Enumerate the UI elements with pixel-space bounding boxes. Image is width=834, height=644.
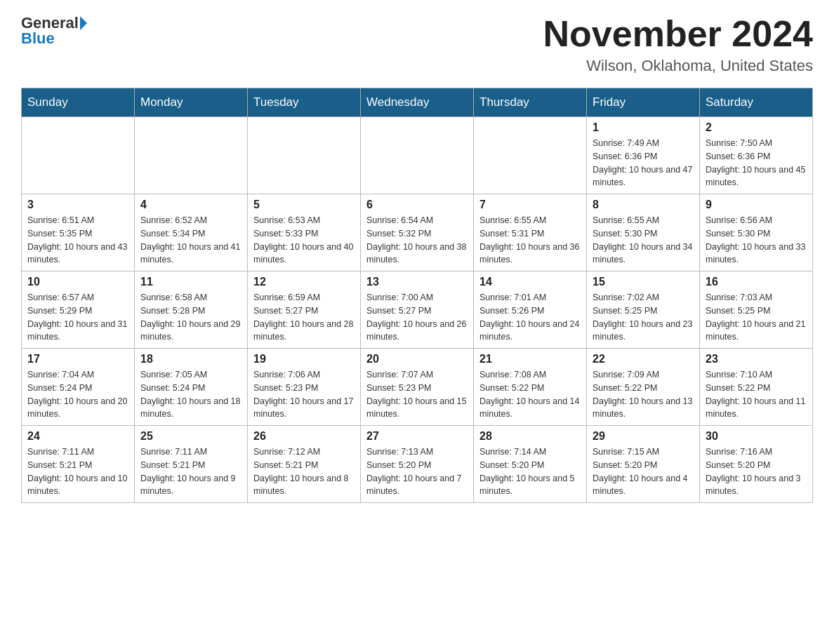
calendar-cell: 29Sunrise: 7:15 AMSunset: 5:20 PMDayligh… <box>587 426 700 503</box>
day-info: Sunrise: 6:55 AMSunset: 5:31 PMDaylight:… <box>479 214 581 267</box>
calendar-cell: 12Sunrise: 6:59 AMSunset: 5:27 PMDayligh… <box>248 271 361 349</box>
day-info: Sunrise: 6:56 AMSunset: 5:30 PMDaylight:… <box>706 214 807 267</box>
day-number: 7 <box>479 199 581 211</box>
day-info: Sunrise: 7:08 AMSunset: 5:22 PMDaylight:… <box>479 368 581 421</box>
day-info: Sunrise: 7:11 AMSunset: 5:21 PMDaylight:… <box>27 445 128 498</box>
day-number: 27 <box>366 430 468 443</box>
day-number: 20 <box>366 353 468 365</box>
calendar-cell: 30Sunrise: 7:16 AMSunset: 5:20 PMDayligh… <box>700 426 813 503</box>
day-info: Sunrise: 7:16 AMSunset: 5:20 PMDaylight:… <box>706 445 807 498</box>
day-info: Sunrise: 7:02 AMSunset: 5:25 PMDaylight:… <box>593 291 694 344</box>
day-info: Sunrise: 7:07 AMSunset: 5:23 PMDaylight:… <box>366 368 468 421</box>
calendar-cell: 22Sunrise: 7:09 AMSunset: 5:22 PMDayligh… <box>587 349 700 426</box>
calendar-cell <box>361 117 474 194</box>
calendar-cell: 17Sunrise: 7:04 AMSunset: 5:24 PMDayligh… <box>22 349 135 426</box>
calendar-cell: 20Sunrise: 7:07 AMSunset: 5:23 PMDayligh… <box>361 349 474 426</box>
day-info: Sunrise: 7:09 AMSunset: 5:22 PMDaylight:… <box>593 368 694 421</box>
day-info: Sunrise: 7:50 AMSunset: 6:36 PMDaylight:… <box>706 137 807 189</box>
day-number: 14 <box>479 276 581 288</box>
day-info: Sunrise: 7:05 AMSunset: 5:24 PMDaylight:… <box>140 368 241 421</box>
day-number: 25 <box>140 430 241 443</box>
location-subtitle: Wilson, Oklahoma, United States <box>543 57 813 75</box>
calendar-cell <box>474 117 587 194</box>
week-row-3: 10Sunrise: 6:57 AMSunset: 5:29 PMDayligh… <box>22 271 813 349</box>
logo: General Blue <box>21 14 87 48</box>
day-info: Sunrise: 6:57 AMSunset: 5:29 PMDaylight:… <box>27 291 128 344</box>
day-info: Sunrise: 7:49 AMSunset: 6:36 PMDaylight:… <box>593 137 694 189</box>
calendar-cell: 10Sunrise: 6:57 AMSunset: 5:29 PMDayligh… <box>22 271 135 349</box>
calendar-cell: 2Sunrise: 7:50 AMSunset: 6:36 PMDaylight… <box>700 117 813 194</box>
day-info: Sunrise: 7:11 AMSunset: 5:21 PMDaylight:… <box>140 445 241 498</box>
day-number: 22 <box>593 353 694 365</box>
calendar-cell: 21Sunrise: 7:08 AMSunset: 5:22 PMDayligh… <box>474 349 587 426</box>
week-row-2: 3Sunrise: 6:51 AMSunset: 5:35 PMDaylight… <box>22 194 813 271</box>
day-number: 24 <box>27 430 128 443</box>
day-info: Sunrise: 7:04 AMSunset: 5:24 PMDaylight:… <box>27 368 128 421</box>
calendar-cell: 27Sunrise: 7:13 AMSunset: 5:20 PMDayligh… <box>361 426 474 503</box>
logo-triangle-icon <box>80 16 87 30</box>
day-info: Sunrise: 7:13 AMSunset: 5:20 PMDaylight:… <box>366 445 468 498</box>
calendar-table: SundayMondayTuesdayWednesdayThursdayFrid… <box>21 88 813 503</box>
day-number: 1 <box>593 121 694 134</box>
calendar-cell: 14Sunrise: 7:01 AMSunset: 5:26 PMDayligh… <box>474 271 587 349</box>
day-info: Sunrise: 7:00 AMSunset: 5:27 PMDaylight:… <box>366 291 468 344</box>
day-info: Sunrise: 6:53 AMSunset: 5:33 PMDaylight:… <box>253 214 355 267</box>
calendar-cell: 25Sunrise: 7:11 AMSunset: 5:21 PMDayligh… <box>135 426 248 503</box>
calendar-cell: 4Sunrise: 6:52 AMSunset: 5:34 PMDaylight… <box>135 194 248 271</box>
col-header-tuesday: Tuesday <box>248 88 361 117</box>
calendar-cell: 18Sunrise: 7:05 AMSunset: 5:24 PMDayligh… <box>135 349 248 426</box>
day-number: 12 <box>253 276 355 288</box>
calendar-cell: 3Sunrise: 6:51 AMSunset: 5:35 PMDaylight… <box>22 194 135 271</box>
calendar-cell: 24Sunrise: 7:11 AMSunset: 5:21 PMDayligh… <box>22 426 135 503</box>
day-info: Sunrise: 6:58 AMSunset: 5:28 PMDaylight:… <box>140 291 241 344</box>
day-number: 6 <box>366 199 468 211</box>
col-header-sunday: Sunday <box>22 88 135 117</box>
calendar-cell: 19Sunrise: 7:06 AMSunset: 5:23 PMDayligh… <box>248 349 361 426</box>
day-info: Sunrise: 7:10 AMSunset: 5:22 PMDaylight:… <box>706 368 807 421</box>
col-header-wednesday: Wednesday <box>361 88 474 117</box>
calendar-cell: 13Sunrise: 7:00 AMSunset: 5:27 PMDayligh… <box>361 271 474 349</box>
day-number: 10 <box>27 276 128 288</box>
week-row-5: 24Sunrise: 7:11 AMSunset: 5:21 PMDayligh… <box>22 426 813 503</box>
col-header-monday: Monday <box>135 88 248 117</box>
day-info: Sunrise: 7:15 AMSunset: 5:20 PMDaylight:… <box>593 445 694 498</box>
day-number: 5 <box>253 199 355 211</box>
calendar-cell: 9Sunrise: 6:56 AMSunset: 5:30 PMDaylight… <box>700 194 813 271</box>
calendar-cell: 1Sunrise: 7:49 AMSunset: 6:36 PMDaylight… <box>587 117 700 194</box>
day-info: Sunrise: 7:12 AMSunset: 5:21 PMDaylight:… <box>253 445 355 498</box>
day-number: 30 <box>706 430 807 443</box>
calendar-cell <box>248 117 361 194</box>
col-header-thursday: Thursday <box>474 88 587 117</box>
day-number: 11 <box>140 276 241 288</box>
calendar-cell: 6Sunrise: 6:54 AMSunset: 5:32 PMDaylight… <box>361 194 474 271</box>
day-number: 26 <box>253 430 355 443</box>
day-number: 16 <box>706 276 807 288</box>
day-number: 2 <box>706 121 807 134</box>
calendar-header-row: SundayMondayTuesdayWednesdayThursdayFrid… <box>22 88 813 117</box>
page-header: General Blue November 2024 Wilson, Oklah… <box>21 14 813 75</box>
day-info: Sunrise: 6:55 AMSunset: 5:30 PMDaylight:… <box>593 214 694 267</box>
day-info: Sunrise: 6:52 AMSunset: 5:34 PMDaylight:… <box>140 214 241 267</box>
calendar-cell: 28Sunrise: 7:14 AMSunset: 5:20 PMDayligh… <box>474 426 587 503</box>
week-row-4: 17Sunrise: 7:04 AMSunset: 5:24 PMDayligh… <box>22 349 813 426</box>
day-number: 8 <box>593 199 694 211</box>
calendar-cell: 5Sunrise: 6:53 AMSunset: 5:33 PMDaylight… <box>248 194 361 271</box>
calendar-cell: 11Sunrise: 6:58 AMSunset: 5:28 PMDayligh… <box>135 271 248 349</box>
day-info: Sunrise: 6:51 AMSunset: 5:35 PMDaylight:… <box>27 214 128 267</box>
day-number: 3 <box>27 199 128 211</box>
col-header-saturday: Saturday <box>700 88 813 117</box>
day-number: 23 <box>706 353 807 365</box>
day-number: 4 <box>140 199 241 211</box>
day-info: Sunrise: 7:01 AMSunset: 5:26 PMDaylight:… <box>479 291 581 344</box>
day-number: 15 <box>593 276 694 288</box>
day-number: 29 <box>593 430 694 443</box>
calendar-cell <box>135 117 248 194</box>
day-number: 21 <box>479 353 581 365</box>
calendar-cell <box>22 117 135 194</box>
calendar-cell: 26Sunrise: 7:12 AMSunset: 5:21 PMDayligh… <box>248 426 361 503</box>
day-info: Sunrise: 7:06 AMSunset: 5:23 PMDaylight:… <box>253 368 355 421</box>
calendar-cell: 16Sunrise: 7:03 AMSunset: 5:25 PMDayligh… <box>700 271 813 349</box>
week-row-1: 1Sunrise: 7:49 AMSunset: 6:36 PMDaylight… <box>22 117 813 194</box>
day-number: 17 <box>27 353 128 365</box>
day-info: Sunrise: 6:59 AMSunset: 5:27 PMDaylight:… <box>253 291 355 344</box>
